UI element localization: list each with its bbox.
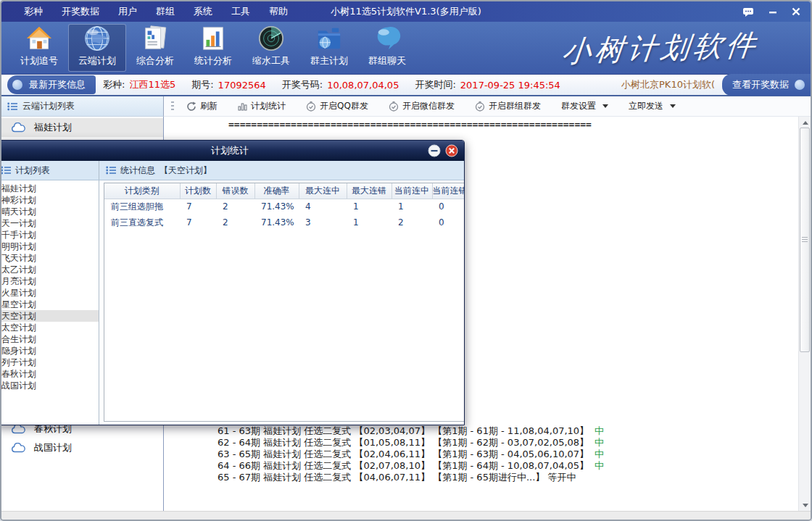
toolbar-group-owner-plan[interactable]: 群主计划 [300, 24, 358, 72]
scrollbar-grip [802, 237, 808, 243]
dialog-plan-item[interactable]: 列子计划 [1, 357, 99, 368]
dialog-plan-item[interactable]: 火星计划 [1, 287, 99, 299]
content-area: 福娃计划 神彩计划 晴天计划 天一计划 [1, 117, 811, 511]
chevron-down-icon [670, 104, 676, 108]
sidebar-header: 云端计划列表 [1, 96, 164, 117]
minimize-icon[interactable] [768, 7, 777, 16]
sidebar-plan-label: 福娃计划 [34, 121, 72, 134]
menu-item[interactable]: 开奖数据 [52, 1, 109, 22]
clock-icon [389, 101, 399, 112]
dialog-plan-item[interactable]: 春秋计划 [1, 368, 99, 380]
dialog-plan-item[interactable]: 神彩计划 [1, 194, 99, 206]
cloud-icon [11, 122, 25, 133]
plan-lines: 61 - 63期 福娃计划 任选二复式 【02,03,04,07】 【第1期 -… [218, 425, 604, 483]
app-window: 彩种开奖数据用户群组系统工具帮助 小树11选5计划软件V1.3(多用户版) 计划… [0, 0, 812, 521]
dialog-plan-item[interactable]: 明明计划 [1, 241, 99, 252]
barchart-icon [199, 25, 228, 52]
toolbar-label: 群主计划 [310, 54, 348, 67]
stats-info-header: 统计信息 【天空计划】 [99, 161, 464, 180]
refresh-icon [186, 101, 196, 112]
plan-line: 61 - 63期 福娃计划 任选二复式 【02,03,04,07】 【第1期 -… [218, 425, 604, 437]
stats-header-row: 计划类别 计划数 错误数 准确率 最大连中 最大连错 当前连中 当前连错 [104, 183, 464, 199]
dialog-plan-item[interactable]: 天空计划 [1, 310, 99, 322]
separator-line: ========================================… [228, 119, 592, 130]
list-icon [7, 102, 17, 111]
broadcast-settings-dropdown[interactable]: 群发设置 [559, 99, 610, 114]
stats-panel: 计划类别 计划数 错误数 准确率 最大连中 最大连错 当前连中 当前连错 [99, 180, 464, 425]
plan-line: 64 - 66期 福娃计划 任选二复式 【02,07,08,10】 【第1期 -… [218, 460, 604, 472]
latest-draw-button[interactable]: 最新开奖信息 [7, 75, 96, 94]
sidebar-plan-item[interactable]: 福娃计划 [1, 118, 163, 137]
issue-label: 期号: [191, 78, 213, 91]
dialog-plan-item[interactable]: 飞天计划 [1, 252, 99, 264]
toolbar-comprehensive-analysis[interactable]: 综合分析 [126, 24, 184, 72]
dialog-minimize-icon[interactable] [428, 144, 441, 159]
toolbar-shrink-tool[interactable]: 缩水工具 [242, 24, 300, 72]
group-broadcast-button[interactable]: 开启群组群发 [473, 99, 543, 114]
plan-stats-button[interactable]: 计划统计 [236, 99, 288, 114]
scroll-down-button[interactable] [799, 499, 811, 511]
plan-line: 62 - 64期 福娃计划 任选二复式 【01,05,08,11】 【第1期 -… [218, 437, 604, 449]
menu-item[interactable]: 帮助 [260, 1, 297, 22]
cloud-icon [11, 424, 25, 434]
globe-icon [83, 25, 112, 52]
dialog-plan-item[interactable]: 星空计划 [1, 299, 99, 310]
toolbar-grip[interactable] [171, 101, 174, 112]
sidebar-plan-label: 战国计划 [34, 441, 72, 454]
toolbar-label: 计划追号 [20, 54, 58, 67]
wechat-broadcast-button[interactable]: 开启微信群发 [386, 99, 457, 114]
clock-icon [306, 101, 316, 112]
close-icon[interactable] [792, 7, 800, 16]
draw-time: 开奖时间: 2017-09-25 19:45:54 [415, 78, 560, 91]
dialog-plan-item[interactable]: 太乙计划 [1, 264, 99, 275]
toolbar-cloud-plan[interactable]: 云端计划 [68, 24, 126, 72]
scroll-up-button[interactable] [799, 117, 811, 128]
dialog-plan-item[interactable]: 隐身计划 [1, 345, 99, 357]
stats-plan-name: 【天空计划】 [160, 164, 212, 177]
dialog-close-icon[interactable] [445, 144, 458, 159]
scrollbar-thumb[interactable] [800, 128, 810, 352]
radar-icon [257, 25, 286, 52]
dialog-plan-item[interactable]: 战国计划 [1, 380, 99, 391]
menu-bar: 彩种开奖数据用户群组系统工具帮助 [1, 1, 297, 22]
plan-stats-dialog: 计划统计 计划列表 统计信息 【天空计 [1, 140, 465, 425]
menu-item[interactable]: 群组 [146, 1, 184, 22]
toolbar-plan-chase[interactable]: 计划追号 [10, 24, 68, 72]
plan-line: 63 - 65期 福娃计划 任选二复式 【02,04,06,11】 【第1期 -… [218, 449, 604, 460]
issue-number: 期号: 17092564 [191, 78, 266, 91]
dialog-plan-item[interactable]: 晴天计划 [1, 206, 99, 217]
menu-item[interactable]: 彩种 [14, 1, 52, 22]
toolbar-group-chat[interactable]: 群组聊天 [358, 24, 416, 72]
menu-item[interactable]: 用户 [109, 1, 146, 22]
dialog-title: 计划统计 [211, 144, 249, 157]
dialog-plan-item[interactable]: 月亮计划 [1, 275, 99, 287]
menu-item[interactable]: 工具 [222, 1, 260, 22]
toolbar-label: 综合分析 [136, 54, 174, 67]
vertical-scrollbar[interactable] [798, 117, 811, 511]
folder-globe-icon [315, 25, 344, 52]
lottery-label: 彩种: [103, 78, 125, 91]
sub-toolbar: 云端计划列表 刷新 计划统计 开启QQ群发 开启微信群发 开启群组群发 [1, 96, 811, 117]
house-icon [25, 25, 54, 52]
view-draw-data-button[interactable]: 查看开奖数据 [722, 74, 811, 96]
qq-broadcast-button[interactable]: 开启QQ群发 [304, 99, 370, 114]
dialog-plan-item[interactable]: 天一计划 [1, 217, 99, 229]
refresh-button[interactable]: 刷新 [184, 99, 220, 114]
chat-bubble-icon [373, 25, 402, 52]
dialog-plan-item[interactable]: 福娃计划 [1, 183, 99, 194]
message-icon[interactable] [742, 7, 754, 17]
dialog-plan-item[interactable]: 太空计划 [1, 322, 99, 333]
plan-line: 65 - 67期 福娃计划 任选二复式 【04,06,07,11】 【第1期 -… [218, 472, 604, 483]
stats-row: 前三直选复式 7 2 71.43% 3 1 2 0 [104, 214, 464, 230]
menu-item[interactable]: 系统 [184, 1, 222, 22]
hit-badge: 中 [594, 460, 604, 471]
toolbar-statistics-analysis[interactable]: 统计分析 [184, 24, 242, 72]
time-value: 2017-09-25 19:45:54 [460, 80, 560, 91]
dialog-title-bar: 计划统计 [1, 141, 464, 161]
toolbar-label: 统计分析 [194, 54, 232, 67]
draw-numbers: 开奖号码: 10,08,07,04,05 [282, 78, 399, 91]
send-now-dropdown[interactable]: 立即发送 [626, 99, 678, 114]
dialog-plan-item[interactable]: 合生计划 [1, 333, 99, 345]
sidebar-plan-item[interactable]: 战国计划 [1, 438, 163, 457]
dialog-plan-item[interactable]: 千手计划 [1, 229, 99, 241]
